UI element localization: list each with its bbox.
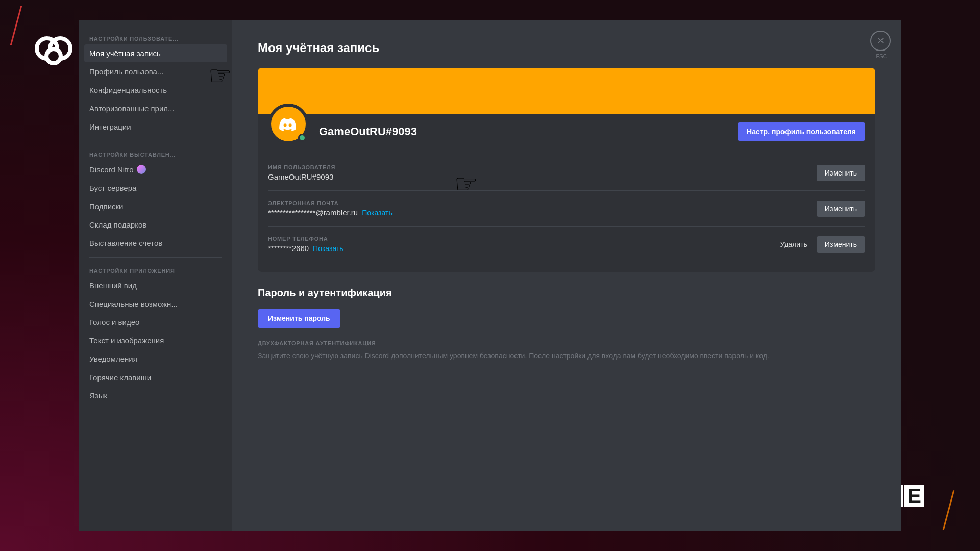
username-field-value: GameOutRU#9093 (268, 172, 335, 181)
sidebar-item-accessibility[interactable]: Специальные возможн... (84, 295, 227, 313)
sidebar-divider-1 (89, 141, 222, 141)
close-icon: ✕ (877, 35, 885, 46)
sidebar: НАСТРОЙКИ ПОЛЬЗОВАТЕ... Моя учётная запи… (79, 20, 232, 531)
sidebar-section-display-settings: НАСТРОЙКИ ВЫСТАВЛЕН... (84, 146, 227, 160)
sidebar-item-label: Discord Nitro (89, 165, 134, 174)
sidebar-item-label: Авторизованные прил... (89, 104, 175, 113)
sidebar-item-label: Специальные возможн... (89, 299, 178, 308)
password-auth-section: Пароль и аутентификация Изменить пароль … (258, 287, 875, 361)
sidebar-item-language[interactable]: Язык (84, 387, 227, 405)
sidebar-item-appearance[interactable]: Внешний вид (84, 277, 227, 294)
tfa-title: ДВУХФАКТОРНАЯ АУТЕНТИФИКАЦИЯ (258, 340, 875, 346)
sidebar-item-label: Склад подарков (89, 220, 146, 229)
username-display: GameOutRU#9093 (319, 125, 727, 138)
phone-field-content: НОМЕР ТЕЛЕФОНА ********2660 Показать (268, 236, 344, 253)
online-status-dot (298, 134, 306, 142)
phone-show-link[interactable]: Показать (313, 244, 344, 253)
email-field-label: ЭЛЕКТРОННАЯ ПОЧТА (268, 200, 393, 206)
tfa-description: Защитите свою учётную запись Discord доп… (258, 350, 875, 361)
sidebar-item-subscriptions[interactable]: Подписки (84, 197, 227, 215)
sidebar-item-discord-nitro[interactable]: Discord Nitro (84, 160, 227, 179)
close-label: ESC (876, 54, 887, 59)
email-change-button[interactable]: Изменить (817, 201, 865, 217)
phone-field-actions: Удалить Изменить (776, 236, 865, 253)
sidebar-item-hotkeys[interactable]: Горячие клавиши (84, 368, 227, 386)
username-change-button[interactable]: Изменить (817, 165, 865, 181)
close-button[interactable]: ✕ (870, 31, 891, 51)
sidebar-item-label: Подписки (89, 202, 124, 211)
sidebar-item-label: Голос и видео (89, 318, 139, 327)
sidebar-item-label: Моя учётная запись (89, 49, 161, 58)
phone-change-button[interactable]: Изменить (817, 236, 865, 253)
phone-field-row: НОМЕР ТЕЛЕФОНА ********2660 Показать Уда… (268, 226, 865, 262)
username-field-actions: Изменить (817, 165, 865, 181)
svg-point-2 (46, 49, 61, 63)
email-field-content: ЭЛЕКТРОННАЯ ПОЧТА ****************@rambl… (268, 200, 393, 217)
email-show-link[interactable]: Показать (362, 209, 393, 217)
phone-delete-button[interactable]: Удалить (776, 236, 811, 253)
sidebar-section-app-settings: НАСТРОЙКИ ПРИЛОЖЕНИЯ (84, 263, 227, 277)
sidebar-item-label: Буст сервера (89, 184, 136, 192)
profile-banner (258, 68, 875, 114)
profile-info: GameOutRU#9093 Настр. профиль пользовате… (258, 114, 875, 155)
nitro-icon (137, 165, 146, 174)
username-field-row: ИМЯ ПОЛЬЗОВАТЕЛЯ GameOutRU#9093 Изменить (268, 155, 865, 190)
sidebar-item-label: Текст и изображения (89, 336, 164, 345)
sidebar-divider-2 (89, 257, 222, 258)
sidebar-item-my-account[interactable]: Моя учётная запись (84, 44, 227, 62)
sidebar-item-user-profile[interactable]: Профиль пользова... (84, 63, 227, 81)
sidebar-item-billing[interactable]: Выставление счетов (84, 234, 227, 252)
sidebar-item-label: Уведомления (89, 355, 137, 363)
sidebar-item-gift-inventory[interactable]: Склад подарков (84, 216, 227, 234)
profile-fields: ИМЯ ПОЛЬЗОВАТЕЛЯ GameOutRU#9093 Изменить… (258, 155, 875, 272)
sidebar-item-text-images[interactable]: Текст и изображения (84, 332, 227, 349)
username-field-label: ИМЯ ПОЛЬЗОВАТЕЛЯ (268, 164, 335, 170)
sidebar-item-authorized-apps[interactable]: Авторизованные прил... (84, 99, 227, 117)
sidebar-item-label: Внешний вид (89, 281, 137, 290)
email-field-value: ****************@rambler.ru Показать (268, 208, 393, 217)
sidebar-item-server-boost[interactable]: Буст сервера (84, 179, 227, 197)
content-area: Моя учётная запись ✕ ESC (232, 20, 901, 531)
modal-container: НАСТРОЙКИ ПОЛЬЗОВАТЕ... Моя учётная запи… (79, 20, 901, 531)
email-field-actions: Изменить (817, 201, 865, 217)
password-section-title: Пароль и аутентификация (258, 287, 875, 299)
avatar-wrapper (268, 104, 309, 144)
phone-field-value: ********2660 Показать (268, 244, 344, 253)
sidebar-section-user-settings: НАСТРОЙКИ ПОЛЬЗОВАТЕ... (84, 31, 227, 44)
sidebar-item-label: Профиль пользова... (89, 67, 163, 76)
edit-profile-button[interactable]: Настр. профиль пользователя (738, 122, 865, 141)
sidebar-item-label: Конфиденциальность (89, 86, 167, 94)
page-title: Моя учётная запись (258, 41, 875, 55)
phone-masked: ********2660 (268, 244, 309, 253)
profile-card: GameOutRU#9093 Настр. профиль пользовате… (258, 68, 875, 272)
sidebar-item-notifications[interactable]: Уведомления (84, 350, 227, 368)
username-field-content: ИМЯ ПОЛЬЗОВАТЕЛЯ GameOutRU#9093 (268, 164, 335, 181)
change-password-button[interactable]: Изменить пароль (258, 309, 340, 328)
email-masked: ****************@rambler.ru (268, 208, 358, 217)
sidebar-item-privacy[interactable]: Конфиденциальность (84, 81, 227, 99)
email-field-row: ЭЛЕКТРОННАЯ ПОЧТА ****************@rambl… (268, 190, 865, 226)
phone-field-label: НОМЕР ТЕЛЕФОНА (268, 236, 344, 242)
top-left-logo (31, 28, 77, 74)
sidebar-item-label: Язык (89, 391, 107, 400)
sidebar-item-integrations[interactable]: Интеграции (84, 118, 227, 136)
sidebar-item-voice-video[interactable]: Голос и видео (84, 313, 227, 331)
sidebar-item-label: Интеграции (89, 122, 131, 131)
sidebar-item-label: Горячие клавиши (89, 373, 151, 382)
sidebar-item-label: Выставление счетов (89, 239, 162, 247)
